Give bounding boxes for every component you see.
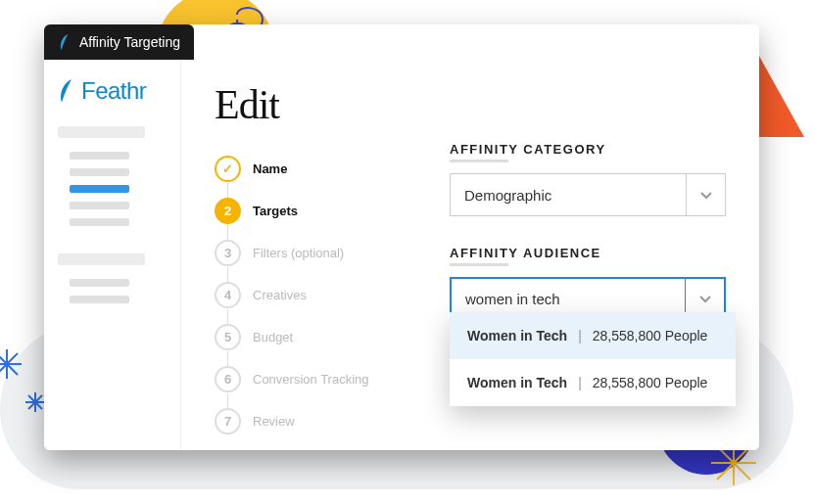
- step-number: 3: [215, 240, 241, 266]
- option-count: 28,558,800 People: [593, 375, 708, 390]
- category-select[interactable]: Demographic: [450, 173, 726, 216]
- step-number: 4: [215, 282, 241, 308]
- affinity-category-field: AFFINITY CATEGORY Demographic: [450, 140, 726, 216]
- step-label: Review: [253, 414, 295, 429]
- sidebar-item-placeholder[interactable]: [70, 168, 129, 176]
- wizard-step[interactable]: 3Filters (optional): [215, 240, 410, 266]
- affinity-audience-field: AFFINITY AUDIENCE women in tech: [450, 244, 726, 320]
- audience-dropdown: Women in Tech|28,558,800 PeopleWomen in …: [450, 312, 736, 406]
- step-label: Targets: [253, 204, 298, 218]
- wizard-step[interactable]: 5Budget: [215, 324, 410, 350]
- dropdown-option[interactable]: Women in Tech|28,558,800 People: [450, 312, 736, 359]
- dropdown-option[interactable]: Women in Tech|28,558,800 People: [450, 359, 736, 406]
- wizard-step[interactable]: ✓Name: [215, 156, 410, 182]
- step-label: Conversion Tracking: [253, 372, 369, 387]
- step-number: 6: [215, 366, 241, 392]
- sidebar-item-placeholder[interactable]: [70, 218, 129, 226]
- divider: |: [578, 375, 582, 390]
- window-titlebar: Affinity Targeting: [44, 24, 194, 60]
- sidebar-item-placeholder[interactable]: [70, 279, 129, 287]
- window-title: Affinity Targeting: [79, 34, 180, 50]
- wizard-step[interactable]: 4Creatives: [215, 282, 410, 308]
- sidebar-section: [58, 253, 167, 303]
- option-name: Women in Tech: [467, 375, 567, 390]
- brand-logo[interactable]: Feathr: [58, 77, 167, 105]
- sidebar-section: [58, 126, 167, 226]
- option-count: 28,558,800 People: [593, 328, 708, 344]
- main-content: Edit ✓Name2Targets3Filters (optional)4Cr…: [181, 60, 759, 450]
- sidebar-item-placeholder[interactable]: [58, 253, 145, 265]
- select-value: Demographic: [464, 187, 551, 204]
- feathr-icon: [58, 78, 75, 104]
- sidebar-item-active[interactable]: [70, 185, 129, 193]
- sidebar-item-placeholder[interactable]: [70, 296, 129, 303]
- field-label: AFFINITY CATEGORY: [450, 142, 606, 163]
- sidebar: Feathr: [44, 60, 181, 450]
- sidebar-item-placeholder[interactable]: [58, 126, 145, 138]
- step-number: 7: [215, 408, 241, 435]
- step-label: Creatives: [253, 288, 307, 302]
- sidebar-item-placeholder[interactable]: [70, 152, 129, 160]
- brand-name: Feathr: [81, 77, 146, 105]
- wizard-step[interactable]: 6Conversion Tracking: [215, 366, 410, 392]
- check-icon: ✓: [215, 156, 241, 182]
- select-value: women in tech: [465, 291, 560, 307]
- feathr-icon: [58, 33, 72, 51]
- step-label: Name: [253, 161, 287, 176]
- wizard-step[interactable]: 7Review: [215, 408, 410, 435]
- wizard-step[interactable]: 2Targets: [215, 198, 410, 224]
- field-label: AFFINITY AUDIENCE: [450, 246, 601, 267]
- option-name: Women in Tech: [467, 328, 567, 344]
- decoration-sparkle-icon: [24, 391, 46, 413]
- app-window: Affinity Targeting Feathr: [44, 24, 759, 450]
- wizard-steps: ✓Name2Targets3Filters (optional)4Creativ…: [215, 156, 410, 435]
- sidebar-item-placeholder[interactable]: [70, 202, 129, 209]
- step-number: 2: [215, 198, 241, 224]
- divider: |: [578, 328, 582, 344]
- step-number: 5: [215, 324, 241, 350]
- page-title: Edit: [215, 81, 410, 128]
- step-label: Budget: [253, 330, 293, 344]
- decoration-sparkle-icon: [0, 347, 24, 381]
- chevron-down-icon: [686, 174, 725, 215]
- step-label: Filters (optional): [253, 246, 344, 260]
